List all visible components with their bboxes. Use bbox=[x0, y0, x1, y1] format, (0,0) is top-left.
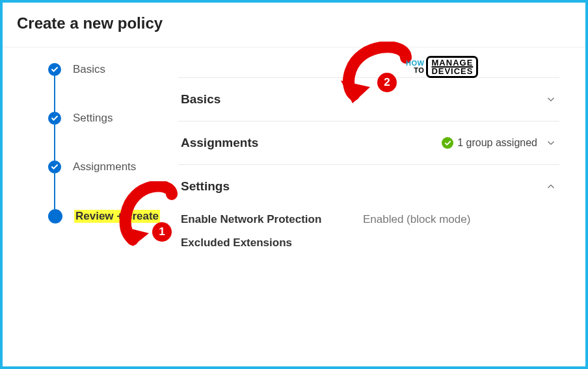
section-title: Settings bbox=[181, 179, 230, 194]
settings-detail-list: Enable Network Protection Enabled (block… bbox=[178, 208, 559, 268]
section-assignments[interactable]: Assignments 1 group assigned bbox=[178, 121, 559, 164]
step-label: Review + create bbox=[74, 210, 160, 223]
section-title: Assignments bbox=[181, 136, 258, 150]
active-step-icon bbox=[48, 209, 62, 223]
step-connector bbox=[54, 125, 55, 160]
annotation-badge-2: 2 bbox=[377, 73, 397, 92]
status-badge: 1 group assigned bbox=[442, 137, 537, 149]
status-text: 1 group assigned bbox=[457, 137, 537, 149]
section-basics[interactable]: Basics bbox=[178, 77, 559, 121]
check-icon bbox=[48, 112, 61, 125]
check-icon bbox=[442, 137, 453, 149]
step-settings[interactable]: Settings bbox=[48, 112, 172, 125]
step-review-create[interactable]: Review + create bbox=[48, 209, 172, 223]
check-icon bbox=[48, 160, 61, 173]
wizard-stepper: Basics Settings Assignments Review + cre… bbox=[3, 63, 172, 268]
setting-key: Enable Network Protection bbox=[181, 213, 363, 226]
chevron-down-icon bbox=[545, 137, 557, 149]
setting-row: Excluded Extensions bbox=[181, 231, 557, 255]
page-title: Create a new policy bbox=[3, 3, 585, 32]
step-label: Basics bbox=[73, 63, 105, 76]
check-icon bbox=[48, 63, 61, 76]
annotation-badge-1: 1 bbox=[152, 222, 172, 242]
step-label: Assignments bbox=[73, 160, 136, 173]
step-basics[interactable]: Basics bbox=[48, 63, 172, 76]
chevron-up-icon bbox=[545, 181, 557, 192]
section-title: Basics bbox=[181, 92, 220, 107]
content-area: Basics Settings Assignments Review + cre… bbox=[3, 47, 585, 268]
review-panel: Basics Assignments 1 group assigned Sett… bbox=[172, 63, 585, 268]
section-settings[interactable]: Settings bbox=[178, 164, 559, 208]
watermark-logo: HOW TO MANAGE DEVICES bbox=[406, 56, 478, 78]
step-assignments[interactable]: Assignments bbox=[48, 160, 172, 173]
setting-value: Enabled (block mode) bbox=[363, 213, 470, 226]
chevron-down-icon bbox=[545, 94, 557, 105]
setting-row: Enable Network Protection Enabled (block… bbox=[181, 208, 557, 231]
setting-key: Excluded Extensions bbox=[181, 236, 363, 249]
step-connector bbox=[54, 76, 55, 112]
step-label: Settings bbox=[73, 112, 113, 125]
step-connector bbox=[54, 173, 55, 209]
